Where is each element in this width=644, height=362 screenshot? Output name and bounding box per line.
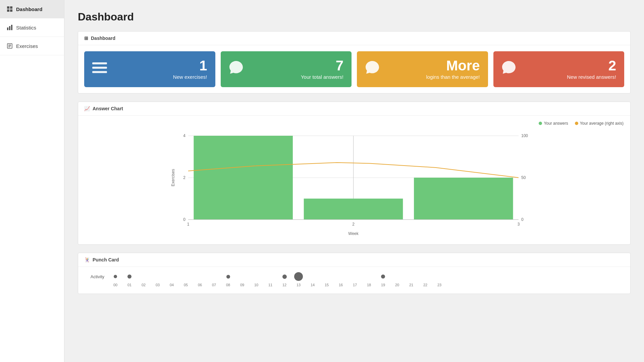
svg-rect-3 xyxy=(10,9,12,12)
svg-rect-2 xyxy=(7,9,9,12)
punch-hour-label-02: 02 xyxy=(137,283,151,287)
page-title: Dashboard xyxy=(78,11,631,23)
statistics-icon xyxy=(7,24,13,31)
punch-dot-row: Activity xyxy=(85,272,624,281)
dashboard-icon xyxy=(7,6,13,12)
tile-icon-revised-answers xyxy=(501,60,516,78)
punch-hour-label-22: 22 xyxy=(418,283,432,287)
punch-hour-label-07: 07 xyxy=(207,283,221,287)
punch-dot-cell-14 xyxy=(306,272,320,281)
tile-text-total-answers: 7Your total answers! xyxy=(250,59,344,80)
dashboard-card-header: ⊞ Dashboard xyxy=(78,32,630,45)
stat-tile-revised-answers: 2New revised answers! xyxy=(493,51,625,87)
punch-hour-label-10: 10 xyxy=(249,283,263,287)
svg-text:4: 4 xyxy=(183,133,185,138)
tile-text-revised-answers: 2New revised answers! xyxy=(522,59,616,80)
stat-tile-new-exercises: 1New exercises! xyxy=(84,51,215,87)
tile-label-total-answers: Your total answers! xyxy=(301,74,343,80)
punch-dot-cell-08 xyxy=(221,272,235,281)
punch-hour-label-05: 05 xyxy=(179,283,193,287)
chart-svg-wrapper: 024050100123ExercisesWeek xyxy=(85,129,624,238)
punch-hour-label-16: 16 xyxy=(334,283,348,287)
legend-average-dot xyxy=(575,122,578,125)
legend-answers-label: Your answers xyxy=(544,121,568,126)
punch-hour-label-21: 21 xyxy=(404,283,418,287)
punch-dot-cell-07 xyxy=(207,272,221,281)
punch-card-container: Activity 0001020304050607080910111213141… xyxy=(78,267,630,294)
stat-tile-total-answers: 7Your total answers! xyxy=(221,51,352,87)
svg-text:3: 3 xyxy=(518,222,520,227)
punch-dot-08 xyxy=(226,275,230,279)
dashboard-section: ⊞ Dashboard 1New exercises! 7Your total … xyxy=(78,31,631,94)
punch-dot-cell-10 xyxy=(249,272,263,281)
punch-dot-cell-11 xyxy=(263,272,277,281)
punch-dot-cell-02 xyxy=(137,272,151,281)
svg-text:100: 100 xyxy=(521,133,528,138)
tile-label-revised-answers: New revised answers! xyxy=(567,74,616,80)
punch-dots xyxy=(108,272,624,281)
punch-dot-00 xyxy=(114,275,117,278)
punch-hour-label-20: 20 xyxy=(390,283,404,287)
svg-text:50: 50 xyxy=(521,175,526,180)
punch-dot-cell-16 xyxy=(334,272,348,281)
tile-value-more-logins: More xyxy=(446,59,480,73)
svg-rect-4 xyxy=(7,27,8,30)
punch-hour-label-01: 01 xyxy=(122,283,137,287)
chart-title: Answer Chart xyxy=(93,106,123,111)
punch-hour-label-14: 14 xyxy=(306,283,320,287)
answer-chart-card: 📈 Answer Chart Your answers Your average… xyxy=(78,102,631,245)
punch-icon: 🃏 xyxy=(84,257,90,262)
sidebar-item-exercises[interactable]: Exercises xyxy=(0,37,64,55)
tile-icon-total-answers xyxy=(229,60,244,78)
punch-dot-cell-13 xyxy=(291,272,306,281)
punch-hour-label-06: 06 xyxy=(193,283,207,287)
svg-rect-13 xyxy=(92,71,107,73)
punch-dot-01 xyxy=(127,275,131,279)
exercises-icon xyxy=(7,43,13,49)
punch-dot-cell-22 xyxy=(418,272,432,281)
sidebar-item-dashboard[interactable]: Dashboard xyxy=(0,0,64,18)
bar-week-3 xyxy=(414,178,513,220)
sidebar-item-statistics[interactable]: Statistics xyxy=(0,18,64,37)
punch-dot-cell-18 xyxy=(362,272,376,281)
svg-text:2: 2 xyxy=(352,222,355,227)
punch-hour-label-18: 18 xyxy=(362,283,376,287)
svg-text:1: 1 xyxy=(187,222,190,227)
punch-dot-cell-21 xyxy=(404,272,418,281)
tile-label-new-exercises: New exercises! xyxy=(173,74,207,80)
punch-dot-cell-23 xyxy=(432,272,446,281)
dashboard-header-label: Dashboard xyxy=(91,36,115,41)
tile-value-revised-answers: 2 xyxy=(608,59,616,73)
punch-dot-13 xyxy=(294,272,303,281)
svg-rect-12 xyxy=(92,67,107,69)
tile-text-more-logins: Morelogins than the average! xyxy=(386,59,480,80)
svg-text:Week: Week xyxy=(348,231,359,236)
svg-rect-1 xyxy=(10,6,12,9)
punch-dot-cell-15 xyxy=(320,272,334,281)
punch-dot-cell-09 xyxy=(235,272,249,281)
punch-dot-cell-06 xyxy=(193,272,207,281)
punch-hour-label-03: 03 xyxy=(151,283,165,287)
punch-dot-12 xyxy=(282,275,287,279)
punch-dot-cell-00 xyxy=(108,272,122,281)
punch-dot-cell-03 xyxy=(151,272,165,281)
stat-tile-more-logins: Morelogins than the average! xyxy=(357,51,488,87)
bar-week-2 xyxy=(304,199,403,220)
svg-rect-0 xyxy=(7,6,9,9)
punch-card-card: 🃏 Punch Card Activity 000102030405060708… xyxy=(78,253,631,294)
punch-title: Punch Card xyxy=(93,257,119,262)
tile-icon-new-exercises xyxy=(92,61,107,77)
legend-your-answers: Your answers xyxy=(539,121,568,126)
punch-dot-cell-04 xyxy=(165,272,179,281)
punch-hour-label-09: 09 xyxy=(235,283,249,287)
legend-answers-dot xyxy=(539,122,542,125)
punch-hour-label-12: 12 xyxy=(277,283,291,287)
svg-rect-5 xyxy=(9,26,10,30)
punch-hour-label-00: 00 xyxy=(108,283,122,287)
sidebar-label-dashboard: Dashboard xyxy=(16,6,42,12)
svg-text:2: 2 xyxy=(183,175,185,180)
stat-tiles: 1New exercises! 7Your total answers! Mor… xyxy=(78,45,630,93)
tile-value-total-answers: 7 xyxy=(336,59,343,73)
punch-dot-19 xyxy=(381,275,385,279)
bar-week-1 xyxy=(194,136,292,220)
